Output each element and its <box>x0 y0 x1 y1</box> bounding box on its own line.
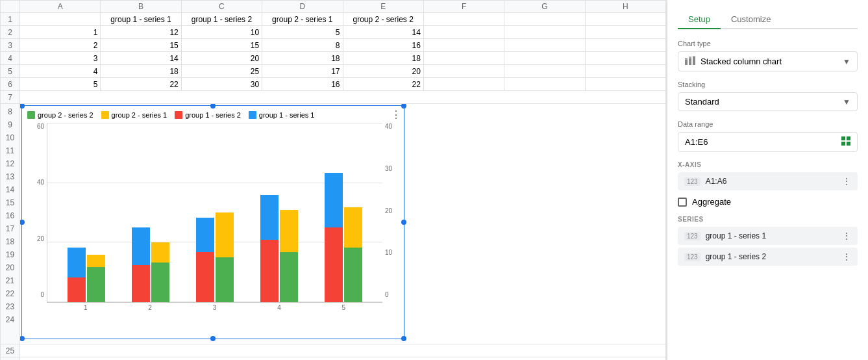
cell-a1[interactable] <box>20 13 101 26</box>
cell-f1[interactable] <box>423 13 504 26</box>
cell-a2[interactable]: 1 <box>20 26 101 39</box>
series-item-1[interactable]: 123 group 1 - series 1 ⋮ <box>678 227 858 245</box>
cell-e2[interactable]: 14 <box>343 26 423 39</box>
handle-tr[interactable] <box>401 104 406 109</box>
cell-a3[interactable]: 2 <box>20 39 101 52</box>
cell-c5[interactable]: 25 <box>181 65 262 78</box>
cell-g1[interactable] <box>504 13 585 26</box>
cell-e3[interactable]: 16 <box>343 39 423 52</box>
cell-h6[interactable] <box>585 78 665 91</box>
bar-segment-g1s1 <box>132 227 150 265</box>
aggregate-checkbox[interactable] <box>678 198 687 207</box>
col-d[interactable]: D <box>262 1 343 13</box>
col-h[interactable]: H <box>585 1 665 13</box>
col-e[interactable]: E <box>343 1 423 13</box>
bar-groups <box>47 123 382 302</box>
cell-b3[interactable]: 15 <box>101 39 181 52</box>
cell-d1[interactable]: group 2 - series 1 <box>262 13 343 26</box>
cell-f5[interactable] <box>423 65 504 78</box>
cell-c3[interactable]: 15 <box>181 39 262 52</box>
cell-e1[interactable]: group 2 - series 2 <box>343 13 423 26</box>
handle-tl[interactable] <box>20 104 25 109</box>
cell-d5[interactable]: 17 <box>262 65 343 78</box>
tab-customize[interactable]: Customize <box>721 10 781 29</box>
cell-b1[interactable]: group 1 - series 1 <box>101 13 181 26</box>
cell-g4[interactable] <box>504 52 585 65</box>
cell-row25[interactable] <box>20 344 666 357</box>
cell-b4[interactable]: 14 <box>101 52 181 65</box>
cell-g5[interactable] <box>504 65 585 78</box>
handle-lc[interactable] <box>20 220 25 225</box>
cell-d6[interactable]: 16 <box>262 78 343 91</box>
cell-h5[interactable] <box>585 65 665 78</box>
cell-f4[interactable] <box>423 52 504 65</box>
cell-d3[interactable]: 8 <box>262 39 343 52</box>
cell-a4[interactable]: 3 <box>20 52 101 65</box>
col-b[interactable]: B <box>101 1 181 13</box>
cell-c1[interactable]: group 1 - series 2 <box>181 13 262 26</box>
table-row: 2 1 12 10 5 14 <box>1 26 666 39</box>
series-1-more-icon[interactable]: ⋮ <box>842 231 851 241</box>
bar-segment-g2s2 <box>151 263 169 302</box>
x-axis-value: A1:A6 <box>706 177 842 186</box>
cell-b2[interactable]: 12 <box>101 26 181 39</box>
svg-rect-3 <box>689 57 691 58</box>
cell-c6[interactable]: 30 <box>181 78 262 91</box>
cell-b6[interactable]: 22 <box>101 78 181 91</box>
cell-e6[interactable]: 22 <box>343 78 423 91</box>
cell-g6[interactable] <box>504 78 585 91</box>
stacking-dropdown[interactable]: Standard ▼ <box>678 92 858 111</box>
bar-group <box>325 173 362 302</box>
cell-g2[interactable] <box>504 26 585 39</box>
col-f[interactable]: F <box>423 1 504 13</box>
handle-rc[interactable] <box>401 220 406 225</box>
stacked-bar-group1 <box>325 173 343 302</box>
cell-a6[interactable]: 5 <box>20 78 101 91</box>
col-a[interactable]: A <box>20 1 101 13</box>
x-axis-tick: 1 <box>53 304 118 311</box>
stacked-bar-group2 <box>216 212 234 302</box>
cell-f2[interactable] <box>423 26 504 39</box>
cell-h1[interactable] <box>585 13 665 26</box>
bar-segment-g1s2 <box>132 265 150 303</box>
series-2-more-icon[interactable]: ⋮ <box>842 251 851 262</box>
tab-setup[interactable]: Setup <box>678 10 721 29</box>
cell-g3[interactable] <box>504 39 585 52</box>
cell-b5[interactable]: 18 <box>101 65 181 78</box>
x-axis-more-icon[interactable]: ⋮ <box>842 176 851 186</box>
chart-type-dropdown[interactable]: Stacked column chart ▼ <box>678 51 858 71</box>
chart-cell: ⋮ group 2 - series 2group 2 - series 1gr… <box>20 104 666 344</box>
series-item-2[interactable]: 123 group 1 - series 2 ⋮ <box>678 248 858 266</box>
handle-bl[interactable] <box>20 336 25 341</box>
y-axis-right-tick: 40 <box>385 123 399 130</box>
cell-c4[interactable]: 20 <box>181 52 262 65</box>
bar-group <box>196 212 234 302</box>
cell-h3[interactable] <box>585 39 665 52</box>
cell-a5[interactable]: 4 <box>20 65 101 78</box>
cell-d4[interactable]: 18 <box>262 52 343 65</box>
cell-row7[interactable] <box>20 91 666 104</box>
cell-f6[interactable] <box>423 78 504 91</box>
handle-tc[interactable] <box>210 104 216 109</box>
cell-c2[interactable]: 10 <box>181 26 262 39</box>
handle-bc[interactable] <box>210 336 216 341</box>
cell-d2[interactable]: 5 <box>262 26 343 39</box>
column-headers: A B C D E F G H <box>1 1 666 13</box>
y-axis-left-tick: 0 <box>27 291 44 298</box>
cell-row26[interactable] <box>20 357 666 361</box>
table-row: 4 3 14 20 18 18 <box>1 52 666 65</box>
cell-e4[interactable]: 18 <box>343 52 423 65</box>
data-range-value: A1:E6 <box>685 137 708 147</box>
chart-panel[interactable]: ⋮ group 2 - series 2group 2 - series 1gr… <box>21 105 404 339</box>
cell-h2[interactable] <box>585 26 665 39</box>
cell-h4[interactable] <box>585 52 665 65</box>
cell-e5[interactable]: 20 <box>343 65 423 78</box>
col-g[interactable]: G <box>504 1 585 13</box>
x-axis-item[interactable]: 123 A1:A6 ⋮ <box>678 172 858 190</box>
data-range-row[interactable]: A1:E6 <box>678 132 858 152</box>
handle-br[interactable] <box>401 336 406 341</box>
cell-f3[interactable] <box>423 39 504 52</box>
chart-options-button[interactable]: ⋮ <box>391 109 401 121</box>
stacking-dropdown-arrow: ▼ <box>843 97 850 107</box>
col-c[interactable]: C <box>181 1 262 13</box>
